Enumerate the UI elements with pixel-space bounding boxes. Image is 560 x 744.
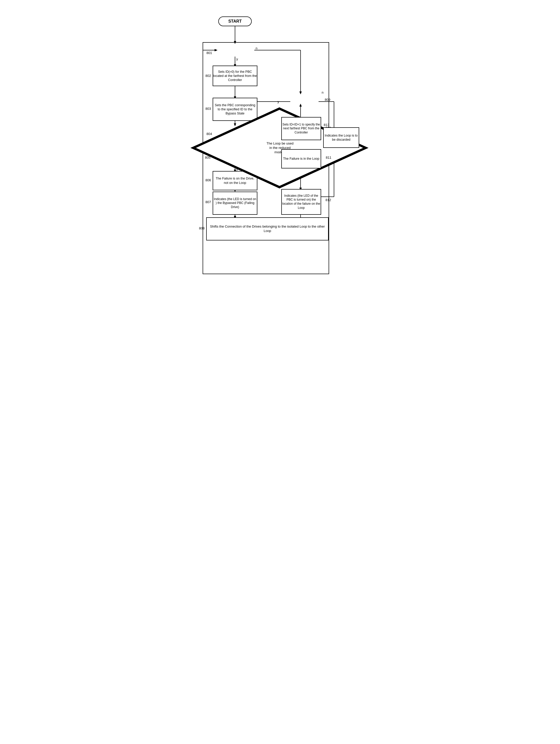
label-812: 812 — [326, 198, 331, 202]
page: START Failure detected ? 801 n y Sets ID… — [184, 5, 376, 291]
label-811: 811 — [326, 156, 331, 159]
node-813-text: Indicates the Loop is to be discarded — [324, 134, 359, 142]
node-812-text: Indicates (the LED of the PBC is turned … — [282, 194, 321, 210]
node-810-text: Sets ID=ID+1 to specify the next farthes… — [282, 123, 321, 135]
node-810: Sets ID=ID+1 to specify the next farthes… — [281, 117, 321, 140]
node-812: Indicates (the LED of the PBC is turned … — [281, 189, 321, 215]
node-809: The Loop be used in the reduced mode ? — [190, 75, 232, 95]
node-811-text: The Failure is in the Loop — [283, 157, 319, 161]
edge-809-y: y — [277, 100, 279, 104]
node-813: Indicates the Loop is to be discarded — [323, 127, 359, 148]
node-811: The Failure is in the Loop — [281, 149, 321, 169]
label-809: 809 — [325, 98, 330, 102]
label-813: 813 — [324, 123, 329, 127]
flowchart: START Failure detected ? 801 n y Sets ID… — [190, 13, 370, 283]
svg-marker-45 — [193, 109, 366, 187]
edge-809-n: n — [322, 90, 324, 95]
